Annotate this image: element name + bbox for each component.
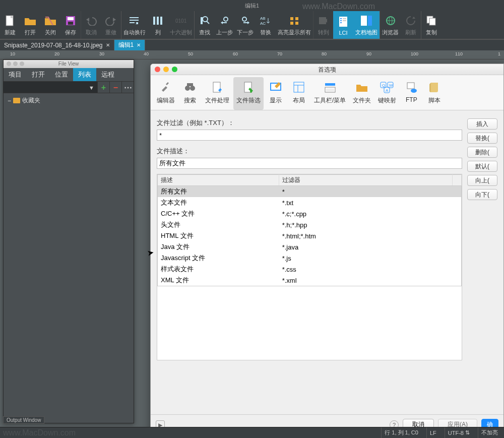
filter-input[interactable] bbox=[157, 130, 462, 141]
status-highlight[interactable]: 不加亮 bbox=[478, 427, 501, 438]
svg-rect-29 bbox=[340, 22, 342, 23]
ruler-mark: 100 bbox=[411, 51, 418, 56]
col-desc[interactable]: 描述 bbox=[158, 175, 279, 186]
favorites-node[interactable]: − 收藏夹 bbox=[8, 96, 130, 105]
table-row[interactable]: Java 文件*.java bbox=[158, 241, 462, 253]
svg-text:AC: AC bbox=[260, 21, 266, 26]
file-new-icon bbox=[3, 14, 17, 28]
copy-button[interactable]: 复制 bbox=[421, 11, 441, 39]
hex-icon: 0101 bbox=[174, 14, 188, 28]
prefs-tab-label: 搜索 bbox=[184, 96, 196, 105]
next-button[interactable]: 下一步 bbox=[235, 11, 256, 39]
filefilter-icon bbox=[240, 79, 257, 95]
svg-rect-6 bbox=[130, 20, 139, 21]
new-button[interactable]: 新建 bbox=[0, 11, 20, 39]
zoom-icon[interactable] bbox=[172, 67, 177, 72]
cell-desc: 所有文件 bbox=[158, 186, 279, 198]
ruler-mark: 30 bbox=[99, 51, 104, 56]
side-button-4[interactable]: 向上( bbox=[467, 175, 497, 186]
file-view-tab-3[interactable]: 列表 bbox=[73, 68, 96, 81]
lci-button[interactable]: LCI bbox=[333, 11, 353, 39]
close-button[interactable]: 关闭 bbox=[40, 11, 60, 39]
file-view-combo[interactable]: ▼ bbox=[4, 82, 97, 93]
file-view-tab-4[interactable]: 远程 bbox=[96, 68, 119, 81]
doc-tab[interactable]: Snipaste_2019-07-08_16-48-10.jpeg✕ bbox=[0, 40, 114, 50]
cell-desc: 头文件 bbox=[158, 219, 279, 230]
side-button-1[interactable]: 替换( bbox=[467, 133, 497, 144]
add-button[interactable]: + bbox=[97, 82, 109, 93]
minimize-icon[interactable] bbox=[163, 67, 169, 72]
table-row[interactable]: Javascript 文件*.js bbox=[158, 253, 462, 264]
cell-desc: Java 文件 bbox=[158, 241, 279, 253]
more-button[interactable]: ⋯ bbox=[121, 82, 134, 93]
replace-icon: ABAC bbox=[259, 14, 273, 28]
svg-rect-10 bbox=[160, 17, 162, 25]
svg-rect-46 bbox=[294, 82, 304, 92]
remove-button[interactable]: − bbox=[109, 82, 121, 93]
side-button-2[interactable]: 删除( bbox=[467, 147, 497, 158]
cell-desc: 文本文件 bbox=[158, 197, 279, 208]
prefs-tab-label: 文件夹 bbox=[353, 96, 371, 105]
browser-button[interactable]: 浏览器 bbox=[380, 11, 401, 39]
open-button[interactable]: 打开 bbox=[20, 11, 40, 39]
toolbar-label: 打开 bbox=[25, 29, 36, 36]
svg-rect-31 bbox=[343, 20, 346, 21]
prefs-tab-layout[interactable]: 布局 bbox=[288, 77, 310, 110]
doc-tab[interactable]: 编辑1✕ bbox=[114, 40, 146, 50]
ruler-mark: 20 bbox=[54, 51, 59, 56]
cell-desc: 样式表文件 bbox=[158, 264, 279, 275]
folder-open-icon bbox=[23, 14, 37, 28]
svg-rect-4 bbox=[68, 22, 73, 25]
prefs-tab-filehandle[interactable]: 文件处理 bbox=[202, 77, 232, 110]
table-row[interactable]: 样式表文件*.css bbox=[158, 264, 462, 275]
prefs-tab-toolbar[interactable]: 工具栏/菜单 bbox=[311, 77, 349, 110]
filter-table[interactable]: 描述 过滤器 所有文件*文本文件*.txtC/C++ 文件*.c;*.cpp头文… bbox=[157, 174, 462, 286]
col-filter[interactable]: 过滤器 bbox=[279, 175, 453, 186]
tab-label: Snipaste_2019-07-08_16-48-10.jpeg bbox=[4, 42, 103, 49]
find-button[interactable]: 查找 bbox=[194, 11, 214, 39]
wrap-button[interactable]: 自动换行 bbox=[121, 11, 148, 39]
table-row[interactable]: 所有文件* bbox=[158, 186, 462, 198]
toolbar-label: 刷新 bbox=[405, 29, 416, 36]
table-row[interactable]: 头文件*.h;*.hpp bbox=[158, 219, 462, 230]
replace-button[interactable]: ABAC替换 bbox=[256, 11, 276, 39]
table-row[interactable]: XML 文件*.xml bbox=[158, 275, 462, 286]
close-icon[interactable] bbox=[155, 67, 160, 72]
prefs-tab-ftp[interactable]: FTP bbox=[400, 77, 422, 110]
output-window-tab[interactable]: Output Window bbox=[3, 416, 44, 424]
prefs-tab-display[interactable]: 显示 bbox=[265, 77, 287, 110]
close-icon[interactable]: ✕ bbox=[106, 42, 110, 48]
prefs-tab-search[interactable]: 搜索 bbox=[179, 77, 201, 110]
side-button-5[interactable]: 向下( bbox=[467, 189, 497, 200]
tab-label: 编辑1 bbox=[118, 41, 134, 49]
window-controls[interactable] bbox=[7, 61, 24, 66]
desc-input[interactable] bbox=[157, 158, 462, 169]
prev-button[interactable]: 上一步 bbox=[214, 11, 235, 39]
col-button[interactable]: 列 bbox=[148, 11, 168, 39]
prefs-tab-script[interactable]: 脚本 bbox=[423, 77, 446, 110]
docmap-icon bbox=[359, 14, 373, 28]
prefs-tab-folder[interactable]: 文件夹 bbox=[350, 77, 374, 110]
traffic-lights[interactable] bbox=[155, 67, 177, 72]
close-icon[interactable]: ✕ bbox=[137, 42, 141, 48]
side-button-0[interactable]: 插入 bbox=[467, 118, 497, 130]
save-button[interactable]: 保存 bbox=[60, 11, 81, 39]
status-eol[interactable]: LF bbox=[426, 427, 439, 438]
table-row[interactable]: 文本文件*.txt bbox=[158, 197, 462, 208]
cell-filter: *.txt bbox=[279, 197, 453, 208]
table-row[interactable]: HTML 文件*.html;*.htm bbox=[158, 230, 462, 241]
prefs-tab-filefilter[interactable]: 文件筛选 bbox=[233, 77, 264, 110]
toolbar-label: 关闭 bbox=[45, 29, 56, 36]
file-view-tab-2[interactable]: 位置 bbox=[50, 68, 73, 81]
hilite-button[interactable]: 高亮显示所有 bbox=[276, 11, 313, 39]
script-icon bbox=[426, 79, 443, 95]
prefs-tab-editor[interactable]: 编辑器 bbox=[154, 77, 178, 110]
status-encoding[interactable]: UTF-8 ⇅ bbox=[445, 427, 473, 438]
table-row[interactable]: C/C++ 文件*.c;*.cpp bbox=[158, 208, 462, 219]
docmap-button[interactable]: 文档地图 bbox=[353, 11, 380, 39]
file-view-tab-1[interactable]: 打开 bbox=[27, 68, 50, 81]
side-button-3[interactable]: 默认( bbox=[467, 161, 497, 172]
svg-point-60 bbox=[411, 89, 417, 93]
file-view-tab-0[interactable]: 项目 bbox=[4, 68, 27, 81]
prefs-tab-keymap[interactable]: QWA键映射 bbox=[375, 77, 399, 110]
